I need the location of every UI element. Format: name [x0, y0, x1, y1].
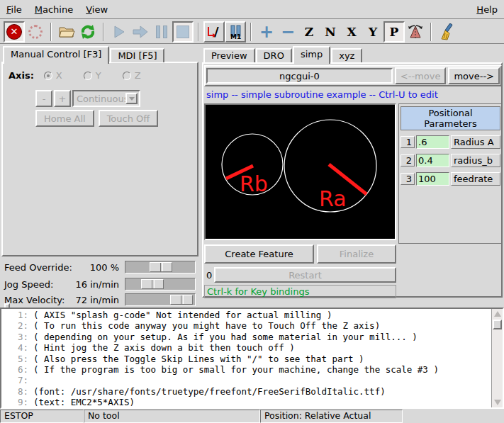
- toggle-skip-lines-button[interactable]: /: [203, 21, 225, 43]
- estop-icon: ✕: [6, 24, 22, 40]
- subroutine-preview-canvas[interactable]: Rb Ra: [206, 105, 395, 239]
- param-row: 3 feedrate: [401, 172, 500, 186]
- param-name-button[interactable]: Radius A: [451, 135, 500, 149]
- view-perspective-button[interactable]: P: [383, 21, 405, 43]
- folder-open-icon: [58, 25, 75, 39]
- step-icon: [132, 26, 149, 38]
- jog-minus-button[interactable]: -: [35, 90, 52, 107]
- view-x-icon: X: [347, 25, 356, 39]
- touch-off-button[interactable]: Touch Off: [99, 110, 159, 127]
- jog-plus-button[interactable]: +: [54, 90, 71, 107]
- rotate-view-button[interactable]: [405, 21, 426, 43]
- preview-canvas-frame: Rb Ra: [204, 103, 396, 240]
- status-tool: No tool: [84, 410, 260, 423]
- jog-speed-value: 16 in/min: [72, 279, 119, 290]
- zoom-in-button[interactable]: +: [256, 21, 277, 43]
- create-feature-button[interactable]: Create Feature: [204, 244, 314, 264]
- jog-speed-slider[interactable]: [125, 278, 196, 291]
- menu-file[interactable]: File: [0, 1, 28, 18]
- subroutine-info-label: simp -- simple subroutine example -- Ctr…: [206, 89, 438, 100]
- view-y-button[interactable]: Y: [362, 21, 383, 43]
- radio-y-icon: [84, 72, 92, 80]
- stop-icon: [177, 26, 189, 38]
- param-row: 1 Radius A: [401, 135, 500, 149]
- gcode-scrollbar[interactable]: [491, 309, 503, 407]
- radio-x-icon: [44, 72, 52, 80]
- scroll-down-arrow[interactable]: [493, 397, 503, 407]
- stop-button[interactable]: [172, 21, 194, 43]
- axis-radio-z[interactable]: Z: [123, 70, 141, 81]
- view-y-icon: Y: [369, 25, 377, 39]
- tab-simp[interactable]: simp: [293, 46, 330, 64]
- broom-icon: [437, 23, 456, 40]
- gcode-text-area[interactable]: 1:( AXIS "splash g-code" Not intended fo…: [0, 308, 504, 409]
- feed-override-row: Feed Override: 100 %: [4, 260, 197, 274]
- preview-notebook-pane: Preview DRO simp xyz <--move move--> sim…: [201, 44, 504, 307]
- view-z2-button[interactable]: N: [320, 21, 341, 43]
- param-value-field[interactable]: [416, 135, 449, 149]
- reload-button[interactable]: [77, 21, 99, 43]
- feed-override-slider[interactable]: [125, 261, 196, 273]
- optional-pause-m1-button[interactable]: M1: [225, 21, 246, 43]
- big-radius-label: Ra: [319, 186, 347, 211]
- estop-button[interactable]: ✕: [4, 21, 25, 43]
- scroll-up-arrow[interactable]: [493, 309, 503, 319]
- tab-xyz[interactable]: xyz: [331, 48, 362, 62]
- axis-radio-x[interactable]: X: [44, 70, 62, 81]
- status-machine-state: ESTOP: [0, 410, 84, 423]
- feature-buttons-row: Create Feature Finalize: [204, 244, 396, 264]
- axis-selector: Axis: X Y Z: [9, 70, 141, 81]
- toolbar-separator: [103, 23, 104, 41]
- jog-speed-handle[interactable]: [141, 279, 164, 289]
- tab-mdi[interactable]: MDI [F5]: [110, 48, 164, 62]
- menu-machine[interactable]: Machine: [28, 1, 79, 18]
- left-tab-bar: Manual Control [F3] MDI [F5]: [3, 45, 165, 62]
- param-row: 2 radius_b: [401, 154, 500, 167]
- view-x-button[interactable]: X: [341, 21, 362, 43]
- tab-manual-control[interactable]: Manual Control [F3]: [3, 46, 109, 64]
- machine-power-button[interactable]: [25, 21, 46, 43]
- power-icon: [28, 25, 43, 39]
- rotate-icon: [407, 23, 424, 40]
- menu-view[interactable]: View: [79, 1, 114, 18]
- jog-mode-select[interactable]: Continuous: [72, 90, 140, 107]
- move-left-button[interactable]: <--move: [395, 67, 447, 84]
- tab-dro[interactable]: DRO: [256, 48, 292, 62]
- finalize-button[interactable]: Finalize: [317, 244, 396, 264]
- scrollbar-thumb[interactable]: [493, 320, 502, 329]
- zoom-out-button[interactable]: −: [277, 21, 298, 43]
- restart-button[interactable]: Restart: [214, 267, 396, 283]
- pause-button[interactable]: [151, 21, 172, 43]
- move-right-button[interactable]: move-->: [448, 67, 500, 84]
- menu-help[interactable]: Help: [470, 1, 504, 18]
- max-velocity-slider[interactable]: [125, 293, 196, 306]
- param-name-button[interactable]: feedrate: [451, 172, 500, 186]
- toolbar-separator: [50, 23, 52, 41]
- axis-radio-y[interactable]: Y: [84, 70, 101, 81]
- step-button[interactable]: [130, 21, 151, 43]
- axis-window: File Machine View Help ✕: [0, 0, 504, 423]
- run-button[interactable]: [108, 21, 130, 43]
- tab-preview[interactable]: Preview: [203, 48, 255, 62]
- max-velocity-handle[interactable]: [170, 295, 193, 305]
- home-all-button[interactable]: Home All: [35, 110, 94, 127]
- open-file-button[interactable]: [56, 21, 77, 43]
- ngcgui-name-field[interactable]: [206, 68, 393, 84]
- param-value-field[interactable]: [416, 172, 449, 186]
- feature-count: 0: [204, 270, 214, 281]
- param-index: 3: [401, 173, 415, 185]
- param-value-field[interactable]: [416, 154, 449, 167]
- param-index: 2: [401, 154, 415, 167]
- max-velocity-row: Max Velocity: 72 in/min: [4, 293, 197, 307]
- param-name-button[interactable]: radius_b: [451, 154, 500, 167]
- pause-icon: [156, 26, 167, 38]
- view-z-button[interactable]: Z: [298, 21, 320, 43]
- toolbar: ✕: [0, 20, 504, 44]
- param-index: 1: [401, 136, 415, 148]
- svg-text:/: /: [214, 24, 219, 39]
- feed-override-handle[interactable]: [150, 262, 172, 272]
- clear-plot-button[interactable]: [436, 21, 457, 43]
- reload-icon: [79, 23, 96, 40]
- menu-bar: File Machine View Help: [0, 0, 504, 19]
- view-z2-icon: N: [325, 25, 336, 39]
